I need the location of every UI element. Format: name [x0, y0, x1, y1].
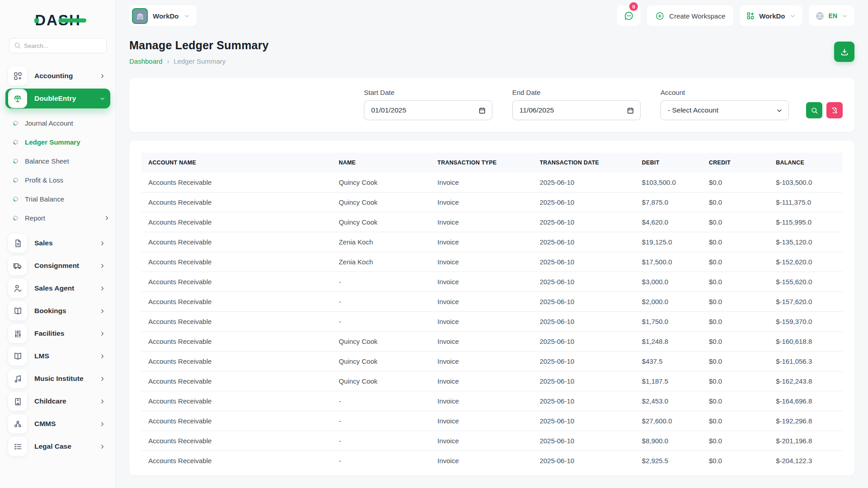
main-content: WorkDo 0 Create Workspace WorkDo [116, 0, 868, 475]
cell-type: Invoice [430, 391, 533, 411]
file-off-icon [831, 107, 838, 114]
document-icon [8, 234, 27, 253]
end-date-input[interactable]: 11/06/2025 [512, 100, 641, 120]
cell-debit: $103,500.0 [635, 173, 702, 192]
messages-button[interactable]: 0 [617, 5, 641, 26]
workspace-name: WorkDo [153, 12, 179, 20]
topbar: WorkDo 0 Create Workspace WorkDo [116, 0, 868, 32]
workdo-menu-button[interactable]: WorkDo [740, 5, 802, 26]
end-date-field: End Date 11/06/2025 [512, 89, 641, 120]
bullet-icon [13, 177, 19, 183]
chevron-down-icon [99, 95, 106, 102]
cell-type: Invoice [430, 411, 533, 431]
cell-type: Invoice [430, 232, 533, 252]
cell-account: Accounts Receivable [141, 292, 331, 312]
chevron-right-icon [99, 308, 106, 314]
cell-name: Quincy Cook [331, 371, 430, 391]
cell-balance: $-159,370.0 [769, 312, 843, 332]
chevron-right-icon [99, 73, 106, 80]
accounting-grid-icon [8, 66, 27, 85]
start-date-input[interactable]: 01/01/2025 [364, 100, 492, 120]
chevron-right-icon [99, 263, 106, 269]
checklist-icon [8, 437, 27, 456]
search-input[interactable] [9, 38, 107, 53]
sidebar-item-bookings[interactable]: Bookings [5, 301, 110, 321]
calendar-icon [627, 107, 634, 114]
table-row: Accounts Receivable-Invoice2025-06-10$1,… [141, 312, 843, 332]
cell-date: 2025-06-10 [533, 232, 635, 252]
cell-debit: $8,900.0 [635, 431, 702, 451]
sidebar-item-childcare[interactable]: Childcare [5, 391, 110, 411]
sidebar-item-sales-agent[interactable]: Sales Agent [5, 278, 110, 298]
sidebar-item-lms[interactable]: LMS [5, 346, 110, 366]
building-icon [8, 392, 27, 411]
sidebar-subitem-profit-loss[interactable]: Profit & Loss [13, 172, 110, 188]
breadcrumb-dashboard-link[interactable]: Dashboard [129, 57, 162, 65]
cell-debit: $17,500.0 [635, 252, 702, 272]
cell-debit: $1,187.5 [635, 371, 702, 391]
cell-name: - [331, 272, 430, 292]
workspace-switcher[interactable]: WorkDo [129, 5, 197, 26]
sidebar-subitem-journal-account[interactable]: Journal Account [13, 115, 110, 131]
sidebar-subitem-ledger-summary[interactable]: Ledger Summary [13, 134, 110, 150]
sidebar-item-sales[interactable]: Sales [5, 233, 110, 253]
breadcrumb-current: Ledger Summary [174, 57, 226, 65]
sidebar-item-legal-case[interactable]: Legal Case [5, 436, 110, 456]
cell-type: Invoice [430, 212, 533, 232]
account-field: Account - Select Account [660, 89, 789, 120]
cell-account: Accounts Receivable [141, 212, 331, 232]
cell-date: 2025-06-10 [533, 391, 635, 411]
cell-account: Accounts Receivable [141, 371, 331, 391]
cell-name: Zenia Koch [331, 232, 430, 252]
grid-plus-icon [746, 11, 755, 20]
cell-name: Quincy Cook [331, 332, 430, 352]
sidebar-subitem-balance-sheet[interactable]: Balance Sheet [13, 153, 110, 169]
sidebar-item-music-institute[interactable]: Music Institute [5, 369, 110, 389]
cell-name: - [331, 312, 430, 332]
cell-name: - [331, 451, 430, 471]
sidebar-item-consignment[interactable]: Consignment [5, 256, 110, 276]
app-logo[interactable]: DASH [0, 0, 116, 38]
calendar-icon [478, 107, 486, 114]
cell-date: 2025-06-10 [533, 272, 635, 292]
cell-type: Invoice [430, 431, 533, 451]
cell-date: 2025-06-10 [533, 312, 635, 332]
col-transaction-date: TRANSACTION DATE [533, 153, 635, 173]
ledger-table: ACCOUNT NAME NAME TRANSACTION TYPE TRANS… [141, 153, 843, 470]
cell-balance: $-201,196.8 [769, 431, 843, 451]
globe-icon [815, 11, 825, 21]
sidebar-item-accounting[interactable]: Accounting [5, 66, 110, 86]
apply-filter-button[interactable] [806, 102, 822, 118]
cell-balance: $-204,122.3 [769, 451, 843, 471]
cell-date: 2025-06-10 [533, 252, 635, 272]
cell-type: Invoice [430, 332, 533, 352]
language-selector[interactable]: EN [809, 5, 854, 26]
sidebar-item-doubleentry[interactable]: DoubleEntry [5, 89, 110, 108]
table-header-row: ACCOUNT NAME NAME TRANSACTION TYPE TRANS… [141, 153, 843, 173]
nodes-icon [8, 414, 27, 433]
start-date-label: Start Date [364, 89, 492, 96]
chevron-down-icon [841, 13, 848, 19]
export-download-button[interactable] [834, 42, 854, 62]
account-select[interactable]: - Select Account [660, 100, 789, 120]
cell-balance: $-161,056.3 [769, 352, 843, 371]
balance-scale-icon [8, 89, 27, 108]
cell-type: Invoice [430, 252, 533, 272]
reset-filter-button[interactable] [826, 102, 843, 118]
account-label: Account [660, 89, 789, 96]
sidebar-subitem-trial-balance[interactable]: Trial Balance [13, 191, 110, 207]
cell-account: Accounts Receivable [141, 332, 331, 352]
logo-bar [58, 19, 86, 23]
cell-credit: $0.0 [702, 352, 769, 371]
sidebar-item-facilities[interactable]: Facilities [5, 324, 110, 343]
doubleentry-submenu: Journal Account Ledger Summary Balance S… [0, 111, 116, 230]
cell-type: Invoice [430, 192, 533, 212]
cell-credit: $0.0 [702, 431, 769, 451]
sidebar-subitem-report[interactable]: Report [13, 210, 110, 226]
sidebar-item-cmms[interactable]: CMMS [5, 414, 110, 434]
sidebar-item-label: Accounting [34, 72, 99, 80]
create-workspace-button[interactable]: Create Workspace [647, 5, 733, 26]
cell-credit: $0.0 [702, 371, 769, 391]
cell-account: Accounts Receivable [141, 411, 331, 431]
cell-name: - [331, 391, 430, 411]
